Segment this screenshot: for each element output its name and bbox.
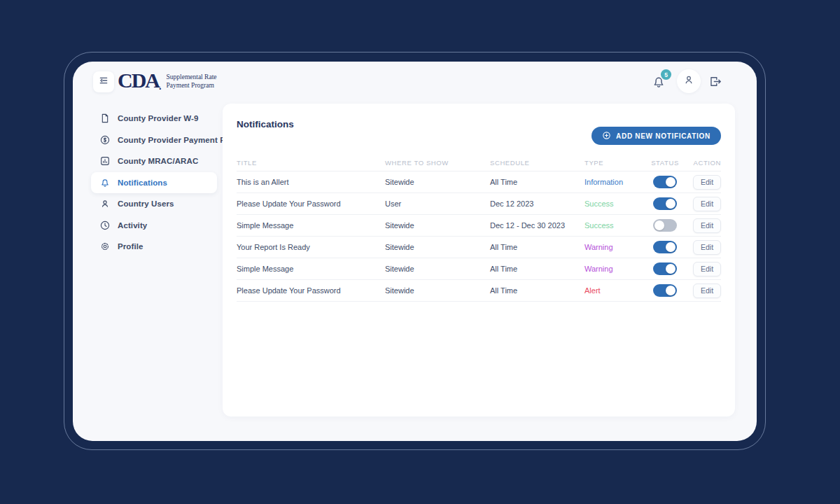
- status-toggle[interactable]: [653, 176, 677, 188]
- status-toggle[interactable]: [653, 262, 677, 275]
- add-new-notification-button[interactable]: ADD NEW NOTIFICATION: [592, 127, 721, 145]
- cell-status: [648, 284, 682, 297]
- toggle-knob: [666, 199, 676, 209]
- cell-status: [648, 241, 682, 253]
- cell-schedule: All Time: [490, 243, 584, 251]
- cell-schedule: All Time: [490, 265, 584, 273]
- bell-icon: [651, 80, 666, 92]
- cell-title: This is an Allert: [237, 178, 385, 186]
- sidebar-item-activity[interactable]: Activity: [91, 215, 217, 237]
- cell-action: Edit: [682, 284, 721, 298]
- toggle-knob: [666, 242, 676, 252]
- cell-where-to-show: Sitewide: [385, 178, 490, 186]
- cell-action: Edit: [682, 197, 721, 211]
- gear-icon: [99, 241, 111, 252]
- cell-type: Information: [584, 178, 648, 186]
- sidebar-item-label: County Provider W-9: [118, 114, 198, 122]
- column-header-type: TYPE: [584, 159, 648, 167]
- logo-text: CDA: [118, 69, 159, 92]
- edit-button[interactable]: Edit: [693, 284, 721, 298]
- notifications-bell-button[interactable]: 5: [651, 74, 666, 90]
- cell-schedule: All Time: [490, 178, 584, 186]
- cell-action: Edit: [682, 240, 721, 255]
- sidebar-item-label: Country Users: [118, 200, 174, 208]
- edit-button[interactable]: Edit: [693, 218, 721, 233]
- table-row: Please Update Your PasswordSitewideAll T…: [237, 280, 721, 302]
- app-logo: CDA . Supplemental Rate Payment Program: [118, 69, 217, 92]
- status-toggle[interactable]: [653, 197, 677, 210]
- table-body: This is an AllertSitewideAll TimeInforma…: [237, 172, 721, 302]
- toggle-knob: [666, 264, 676, 274]
- toggle-knob: [666, 177, 676, 187]
- edit-button[interactable]: Edit: [693, 262, 721, 276]
- sidebar-item-label: Activity: [118, 221, 147, 230]
- table-header-row: TITLEWHERE TO SHOWSCHEDULETYPESTATUSACTI…: [237, 154, 721, 172]
- cell-action: Edit: [682, 262, 721, 276]
- cell-type: Success: [584, 200, 648, 208]
- table-row: Simple MessageSitewideAll TimeWarningEdi…: [237, 258, 721, 280]
- sidebar-item-label: Profile: [118, 242, 144, 251]
- user-avatar-button[interactable]: [677, 69, 701, 93]
- cell-where-to-show: Sitewide: [385, 265, 490, 273]
- cell-where-to-show: Sitewide: [385, 221, 490, 230]
- table-row: Please Update Your PasswordUserDec 12 20…: [237, 193, 721, 215]
- clock-icon: [99, 220, 111, 231]
- cell-where-to-show: Sitewide: [385, 243, 490, 251]
- sidebar-item-notifications[interactable]: Notifications: [91, 172, 217, 194]
- column-header-schedule: SCHEDULE: [490, 159, 584, 167]
- cell-schedule: All Time: [490, 286, 584, 295]
- column-header-status: STATUS: [648, 159, 682, 167]
- cell-where-to-show: User: [385, 200, 490, 208]
- chart-icon: [99, 155, 111, 167]
- cell-status: [648, 176, 682, 188]
- collapse-menu-icon: [98, 75, 109, 89]
- sidebar-item-county-provider-w-9[interactable]: County Provider W-9: [91, 108, 217, 130]
- cell-action: Edit: [682, 218, 721, 233]
- table-row: Simple MessageSitewideDec 12 - Dec 30 20…: [237, 215, 721, 237]
- sidebar-nav: County Provider W-9County Provider Payme…: [91, 108, 217, 258]
- status-toggle[interactable]: [653, 241, 677, 253]
- page-title: Notifications: [237, 119, 294, 130]
- status-toggle[interactable]: [653, 284, 677, 297]
- cell-type: Alert: [584, 286, 648, 295]
- toggle-knob: [666, 286, 676, 295]
- sidebar-item-profile[interactable]: Profile: [91, 236, 217, 258]
- bell-icon: [99, 177, 111, 188]
- user-icon: [99, 198, 111, 209]
- cell-title: Please Update Your Password: [237, 286, 385, 295]
- plus-circle-icon: [602, 131, 611, 141]
- cell-schedule: Dec 12 2023: [490, 200, 584, 208]
- cell-schedule: Dec 12 - Dec 30 2023: [490, 221, 584, 230]
- cell-title: Simple Message: [237, 221, 385, 230]
- sidebar-item-county-mrac-arac[interactable]: County MRAC/ARAC: [91, 150, 217, 172]
- notifications-panel: Notifications ADD NEW NOTIFICATION TITLE…: [223, 104, 735, 416]
- cell-title: Simple Message: [237, 265, 385, 273]
- notification-count-badge: 5: [661, 69, 671, 80]
- logo-subtitle-line2: Payment Program: [167, 82, 214, 89]
- cell-title: Please Update Your Password: [237, 200, 385, 208]
- logo-dot: .: [159, 81, 162, 92]
- edit-button[interactable]: Edit: [693, 175, 721, 190]
- cell-where-to-show: Sitewide: [385, 286, 490, 295]
- sidebar-item-country-users[interactable]: Country Users: [91, 193, 217, 215]
- logo-subtitle-line1: Supplemental Rate: [167, 74, 217, 80]
- cell-type: Warning: [584, 243, 648, 251]
- edit-button[interactable]: Edit: [693, 197, 721, 211]
- sidebar-collapse-button[interactable]: [93, 71, 114, 92]
- cell-action: Edit: [682, 175, 721, 190]
- column-header-action: ACTION: [682, 159, 721, 167]
- sidebar-item-label: County MRAC/ARAC: [118, 157, 198, 165]
- document-icon: [99, 113, 111, 124]
- table-row: Your Report Is ReadySitewideAll TimeWarn…: [237, 237, 721, 258]
- logo-subtitle: Supplemental Rate Payment Program: [167, 74, 217, 90]
- cell-type: Warning: [584, 265, 648, 273]
- logout-button[interactable]: [708, 74, 724, 90]
- edit-button[interactable]: Edit: [693, 240, 721, 255]
- table-row: This is an AllertSitewideAll TimeInforma…: [237, 172, 721, 193]
- column-header-title: TITLE: [237, 159, 385, 167]
- sidebar-item-county-provider-payment-report[interactable]: County Provider Payment Report: [91, 130, 217, 151]
- app-window: CDA . Supplemental Rate Payment Program …: [73, 62, 757, 441]
- status-toggle[interactable]: [653, 219, 677, 232]
- notifications-table: TITLEWHERE TO SHOWSCHEDULETYPESTATUSACTI…: [237, 154, 721, 302]
- column-header-where-to-show: WHERE TO SHOW: [385, 159, 490, 167]
